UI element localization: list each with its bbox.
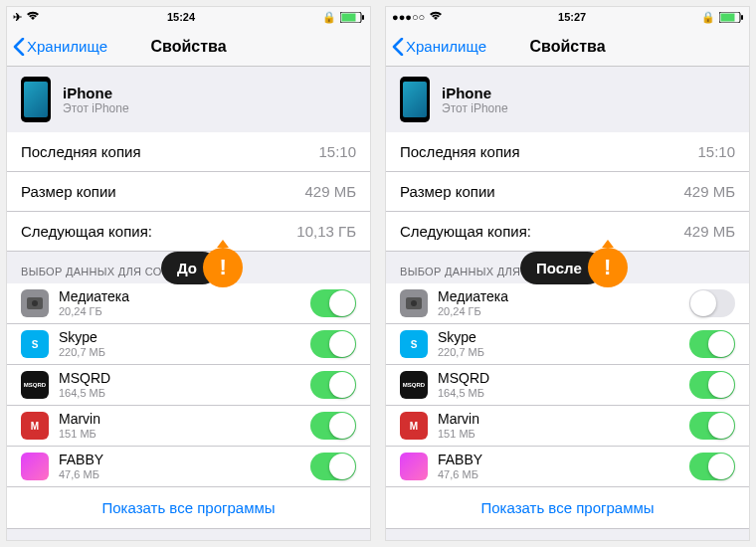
- app-row-msqrd[interactable]: MSQRD MSQRD164,5 МБ: [7, 365, 370, 406]
- show-all-apps[interactable]: Показать все программы: [7, 487, 370, 529]
- app-list: Медиатека20,24 ГБ S Skype220,7 МБ MSQRD …: [7, 283, 370, 529]
- rotation-lock-icon: 🔒: [322, 11, 336, 24]
- alert-icon: !: [588, 248, 628, 287]
- toggle-mediateka[interactable]: [689, 289, 735, 317]
- svg-rect-6: [721, 13, 735, 21]
- nav-title: Свойства: [529, 38, 605, 56]
- msqrd-icon: MSQRD: [400, 371, 428, 399]
- storage-footer: 4,5 ГБ из 5,0 ГБ доступно в iCloud: [386, 529, 749, 540]
- phone-before: ✈︎ 15:24 🔒 Хранилище Свойства iPhone Это…: [6, 6, 371, 541]
- info-list: Последняя копия15:10 Размер копии429 МБ …: [7, 132, 370, 252]
- phone-after: ●●●○○ 15:27 🔒 Хранилище Свойства iPhone …: [385, 6, 750, 541]
- toggle-skype[interactable]: [689, 330, 735, 358]
- nav-bar: Хранилище Свойства: [386, 27, 749, 67]
- content: iPhone Этот iPhone Последняя копия15:10 …: [386, 67, 749, 540]
- toggle-skype[interactable]: [310, 330, 356, 358]
- toggle-mediateka[interactable]: [310, 289, 356, 317]
- back-button[interactable]: Хранилище: [392, 38, 486, 56]
- info-row: Следующая копия:429 МБ: [386, 212, 749, 252]
- back-button[interactable]: Хранилище: [13, 38, 107, 56]
- device-title: iPhone: [442, 85, 508, 101]
- toggle-msqrd[interactable]: [689, 371, 735, 399]
- annotation-badge: После !: [520, 248, 628, 287]
- battery-icon: [719, 12, 743, 23]
- storage-footer: 4,5 ГБ из 5,0 ГБ доступно в iCloud: [7, 529, 370, 540]
- alert-icon: !: [203, 248, 243, 287]
- show-all-apps[interactable]: Показать все программы: [386, 487, 749, 529]
- app-row-mediateka[interactable]: Медиатека20,24 ГБ: [7, 283, 370, 324]
- nav-title: Свойства: [150, 38, 226, 56]
- battery-icon: [340, 12, 364, 23]
- skype-icon: S: [21, 330, 49, 358]
- chevron-left-icon: [13, 38, 25, 56]
- info-row: Размер копии429 МБ: [386, 172, 749, 212]
- fabby-icon: [21, 453, 49, 480]
- back-label: Хранилище: [406, 38, 486, 55]
- wifi-icon: [429, 11, 443, 23]
- app-row-skype[interactable]: S Skype220,7 МБ: [7, 324, 370, 365]
- app-row-marvin[interactable]: M Marvin151 МБ: [7, 406, 370, 447]
- rotation-lock-icon: 🔒: [701, 11, 715, 24]
- info-row: Размер копии429 МБ: [7, 172, 370, 212]
- toggle-marvin[interactable]: [310, 412, 356, 440]
- back-label: Хранилище: [27, 38, 107, 55]
- device-row: iPhone Этот iPhone: [386, 67, 749, 132]
- device-title: iPhone: [63, 85, 129, 101]
- toggle-fabby[interactable]: [689, 453, 735, 480]
- svg-point-9: [411, 300, 417, 306]
- signal-icon: ●●●○○: [392, 11, 425, 23]
- status-time: 15:27: [558, 11, 586, 23]
- toggle-msqrd[interactable]: [310, 371, 356, 399]
- fabby-icon: [400, 453, 428, 480]
- msqrd-icon: MSQRD: [21, 371, 49, 399]
- info-list: Последняя копия15:10 Размер копии429 МБ …: [386, 132, 749, 252]
- skype-icon: S: [400, 330, 428, 358]
- photos-icon: [400, 289, 428, 317]
- info-row: Последняя копия15:10: [386, 132, 749, 172]
- device-row: iPhone Этот iPhone: [7, 67, 370, 132]
- status-time: 15:24: [167, 11, 195, 23]
- device-subtitle: Этот iPhone: [63, 101, 129, 115]
- app-row-marvin[interactable]: M Marvin151 МБ: [386, 406, 749, 447]
- toggle-fabby[interactable]: [310, 453, 356, 480]
- app-row-fabby[interactable]: FABBY47,6 МБ: [386, 447, 749, 487]
- svg-point-4: [32, 300, 38, 306]
- status-bar: ✈︎ 15:24 🔒: [7, 7, 370, 27]
- device-icon: [400, 77, 430, 122]
- info-row: Следующая копия:10,13 ГБ: [7, 212, 370, 252]
- app-row-msqrd[interactable]: MSQRD MSQRD164,5 МБ: [386, 365, 749, 406]
- wifi-icon: [26, 11, 40, 23]
- svg-rect-7: [741, 15, 743, 20]
- device-subtitle: Этот iPhone: [442, 101, 508, 115]
- airplane-icon: ✈︎: [13, 11, 22, 24]
- info-row: Последняя копия15:10: [7, 132, 370, 172]
- photos-icon: [21, 289, 49, 317]
- marvin-icon: M: [400, 412, 428, 440]
- svg-rect-2: [362, 15, 364, 20]
- app-row-mediateka[interactable]: Медиатека20,24 ГБ: [386, 283, 749, 324]
- status-bar: ●●●○○ 15:27 🔒: [386, 7, 749, 27]
- device-icon: [21, 77, 51, 122]
- chevron-left-icon: [392, 38, 404, 56]
- nav-bar: Хранилище Свойства: [7, 27, 370, 67]
- svg-rect-1: [341, 13, 355, 21]
- toggle-marvin[interactable]: [689, 412, 735, 440]
- app-row-fabby[interactable]: FABBY47,6 МБ: [7, 447, 370, 487]
- app-list: Медиатека20,24 ГБ S Skype220,7 МБ MSQRD …: [386, 283, 749, 529]
- app-row-skype[interactable]: S Skype220,7 МБ: [386, 324, 749, 365]
- annotation-badge: До !: [161, 248, 243, 287]
- marvin-icon: M: [21, 412, 49, 440]
- content: iPhone Этот iPhone Последняя копия15:10 …: [7, 67, 370, 540]
